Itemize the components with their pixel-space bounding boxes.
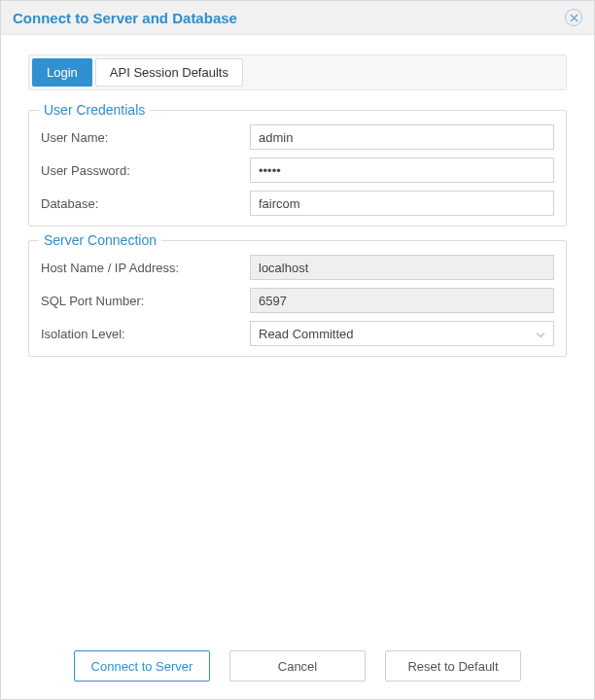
dialog-title: Connect to Server and Database [13,10,237,26]
server-connection-legend: Server Connection [39,232,161,248]
close-icon [570,14,578,22]
dialog-header: Connect to Server and Database [1,1,594,35]
database-input[interactable] [250,191,554,216]
isolation-value: Read Committed [259,327,354,341]
username-input[interactable] [250,124,554,150]
database-row: Database: [41,191,554,216]
username-label: User Name: [41,130,250,145]
host-row: Host Name / IP Address: [41,255,554,280]
port-label: SQL Port Number: [41,294,250,308]
user-credentials-legend: User Credentials [39,102,150,118]
dialog-body: Login API Session Defaults User Credenti… [1,35,594,641]
close-button[interactable] [565,9,582,26]
tab-api-session-defaults[interactable]: API Session Defaults [95,58,243,87]
user-credentials-fieldset: User Credentials User Name: User Passwor… [28,110,567,227]
isolation-label: Isolation Level: [41,327,250,341]
password-row: User Password: [41,158,554,183]
tab-login[interactable]: Login [32,58,92,87]
connect-button[interactable]: Connect to Server [74,650,210,682]
host-input[interactable] [250,255,554,280]
dialog-footer: Connect to Server Cancel Reset to Defaul… [1,641,594,699]
isolation-row: Isolation Level: Read Committed [41,321,554,346]
chevron-down-icon [536,327,545,341]
password-label: User Password: [41,163,250,178]
isolation-select[interactable]: Read Committed [250,321,554,346]
username-row: User Name: [41,124,554,150]
database-label: Database: [41,196,250,211]
connect-dialog: Connect to Server and Database Login API… [0,0,595,700]
tab-bar: Login API Session Defaults [28,54,567,90]
reset-button[interactable]: Reset to Default [385,650,521,682]
port-row: SQL Port Number: [41,288,554,313]
password-input[interactable] [250,158,554,183]
port-input[interactable] [250,288,554,313]
cancel-button[interactable]: Cancel [229,650,366,682]
spacer [28,370,567,629]
host-label: Host Name / IP Address: [41,261,250,275]
server-connection-fieldset: Server Connection Host Name / IP Address… [28,240,567,357]
